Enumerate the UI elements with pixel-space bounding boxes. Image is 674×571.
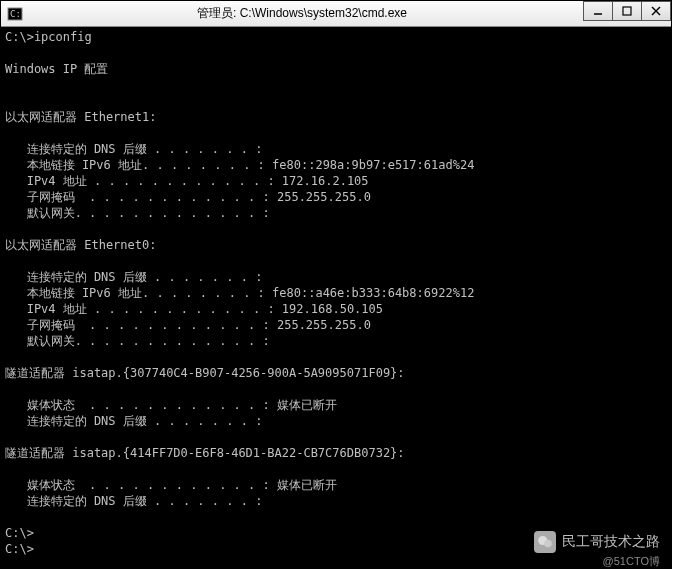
output-line	[5, 77, 667, 93]
adapter-title: 隧道适配器 isatap.{307740C4-B907-4256-900A-5A…	[5, 365, 667, 381]
adapter-row: 连接特定的 DNS 后缀 . . . . . . . :	[5, 269, 667, 285]
adapter-row: 连接特定的 DNS 后缀 . . . . . . . :	[5, 413, 667, 429]
cmd-window: C: 管理员: C:\Windows\system32\cmd.exe C:\>…	[0, 0, 672, 569]
output-line	[5, 349, 667, 365]
output-line	[5, 461, 667, 477]
output-line	[5, 125, 667, 141]
adapter-row: 本地链接 IPv6 地址. . . . . . . . : fe80::a46e…	[5, 285, 667, 301]
ipconfig-header: Windows IP 配置	[5, 61, 667, 77]
prompt-line: C:\>	[5, 525, 667, 541]
output-line	[5, 45, 667, 61]
prompt-line: C:\>	[5, 541, 667, 557]
terminal-output[interactable]: C:\>ipconfig Windows IP 配置 以太网适配器 Ethern…	[1, 27, 671, 568]
adapter-title: 以太网适配器 Ethernet1:	[5, 109, 667, 125]
adapter-title: 隧道适配器 isatap.{414FF7D0-E6F8-46D1-BA22-CB…	[5, 445, 667, 461]
adapter-row: IPv4 地址 . . . . . . . . . . . . : 192.16…	[5, 301, 667, 317]
adapter-row: 媒体状态 . . . . . . . . . . . . : 媒体已断开	[5, 477, 667, 493]
window-controls	[584, 1, 671, 21]
window-title: 管理员: C:\Windows\system32\cmd.exe	[23, 5, 671, 22]
adapter-row: 连接特定的 DNS 后缀 . . . . . . . :	[5, 141, 667, 157]
close-button[interactable]	[641, 1, 671, 21]
adapter-row: 默认网关. . . . . . . . . . . . . :	[5, 333, 667, 349]
output-line	[5, 509, 667, 525]
maximize-button[interactable]	[612, 1, 642, 21]
svg-rect-3	[623, 7, 631, 15]
app-icon: C:	[7, 6, 23, 22]
adapter-row: 连接特定的 DNS 后缀 . . . . . . . :	[5, 493, 667, 509]
output-line	[5, 93, 667, 109]
output-line	[5, 381, 667, 397]
svg-text:C:: C:	[10, 9, 21, 19]
adapter-row: IPv4 地址 . . . . . . . . . . . . : 172.16…	[5, 173, 667, 189]
output-line	[5, 221, 667, 237]
adapter-row: 子网掩码 . . . . . . . . . . . . : 255.255.2…	[5, 189, 667, 205]
command-line: C:\>ipconfig	[5, 29, 667, 45]
titlebar[interactable]: C: 管理员: C:\Windows\system32\cmd.exe	[1, 1, 671, 27]
output-line	[5, 429, 667, 445]
adapter-row: 子网掩码 . . . . . . . . . . . . : 255.255.2…	[5, 317, 667, 333]
adapter-row: 媒体状态 . . . . . . . . . . . . : 媒体已断开	[5, 397, 667, 413]
adapter-row: 默认网关. . . . . . . . . . . . . :	[5, 205, 667, 221]
minimize-button[interactable]	[583, 1, 613, 21]
output-line	[5, 253, 667, 269]
adapter-row: 本地链接 IPv6 地址. . . . . . . . : fe80::298a…	[5, 157, 667, 173]
adapter-title: 以太网适配器 Ethernet0:	[5, 237, 667, 253]
